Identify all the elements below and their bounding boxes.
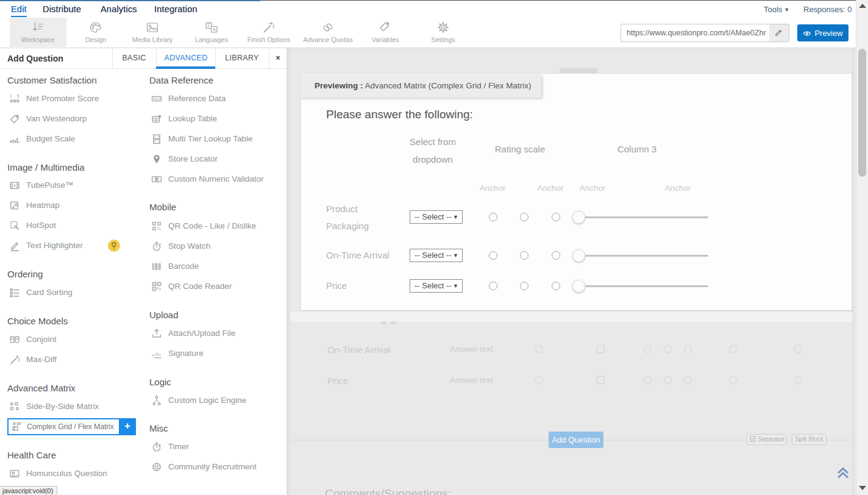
question-type-nps[interactable]: 15Net Promoter Score [9,88,99,109]
panel-header: Add Question BASICADVANCEDLIBRARY × [0,48,286,69]
store-locator-icon [151,154,162,165]
scrollbar-down-arrow[interactable] [859,486,866,490]
matrix-select-dropdown[interactable]: -- Select --▼ [410,210,463,224]
top-nav: EditDistributeAnalyticsIntegration Tools… [0,1,868,17]
question-type-tubepulse[interactable]: TubePulse™ [9,175,74,195]
tab-advanced[interactable]: ADVANCED [158,48,213,68]
reference-data-icon: 94123 [151,93,162,104]
slider-track[interactable] [585,255,708,257]
add-selected-question-button[interactable]: + [119,418,136,435]
question-type-card-sorting[interactable]: Card Sorting [9,282,73,302]
slider-track[interactable] [585,216,708,218]
nav-distribute[interactable]: Distribute [43,4,81,14]
question-type-community-recruitment[interactable]: Community Recruitment [151,457,257,477]
variables-icon [378,20,393,35]
matrix-column-header: Select from dropdown [393,133,472,168]
question-type-hotspot[interactable]: HotSpot [9,215,56,235]
separator-button[interactable]: Separator [747,434,786,445]
responses-count[interactable]: Responses: 0 [803,5,852,14]
matrix-radio[interactable] [520,213,528,221]
tab-library[interactable]: LIBRARY [215,48,269,68]
question-type-heatmap[interactable]: Heatmap [9,195,60,215]
matrix-radio[interactable] [552,213,560,221]
slider-track[interactable] [585,285,708,287]
tools-caret-icon: ▼ [784,7,789,13]
matrix-column-header: Column 3 [600,140,674,158]
tab-basic[interactable]: BASIC [107,48,162,68]
question-text: Please answer the following: [326,108,473,121]
matrix-radio[interactable] [520,251,528,260]
collapse-chevrons-icon[interactable] [835,465,851,480]
question-type-van-westendorp[interactable]: Van Westendorp [9,109,87,129]
new-feature-badge [108,240,120,252]
question-type-complex-grid[interactable]: Complex Grid / Flex Matrix+ [7,418,136,435]
faded-answer-text: Answer text [450,376,493,385]
page: EditDistributeAnalyticsIntegration Tools… [0,0,868,495]
question-type-stop-watch[interactable]: Stop Watch [151,236,210,256]
media-library-icon [145,20,160,35]
question-type-custom-logic[interactable]: Custom Logic Engine [151,390,246,410]
add-question-panel: Add Question BASICADVANCEDLIBRARY × Cust… [0,48,287,495]
question-type-homunculus[interactable]: Homunculus Question [9,463,107,483]
question-type-store-locator[interactable]: Store Locator [151,149,218,169]
toolbar-workspace[interactable]: Workspace [10,18,66,47]
preview-button[interactable]: Preview [797,24,848,41]
add-question-button[interactable]: Add Question [549,432,603,448]
languages-icon: xA [204,20,219,35]
matrix-select-dropdown[interactable]: -- Select --▼ [410,279,463,293]
matrix-radio[interactable] [489,282,497,290]
tools-menu[interactable]: Tools▼ [764,5,789,14]
question-type-signature[interactable]: xSignature [151,343,204,363]
question-type-multi-tier-lookup[interactable]: Multi Tier Lookup Table [151,129,253,149]
survey-url-input[interactable]: https://www.questionpro.com/t/AMae0Zhr [627,29,769,37]
question-type-timer[interactable]: Timer [151,436,189,457]
toolbar-settings[interactable]: Settings [425,18,461,47]
matrix-select-dropdown[interactable]: -- Select --▼ [410,249,463,262]
faded-row-label: Price [327,376,348,386]
slider-handle[interactable] [572,211,585,224]
nav-analytics[interactable]: Analytics [101,4,137,14]
split-block-button[interactable]: Split Block [792,434,827,445]
faded-row-label: On-Time Arrival [327,344,391,355]
question-type-lookup-table[interactable]: Lookup Table [151,109,217,129]
toolbar-languages[interactable]: xALanguages [190,18,233,47]
question-type-text-highlighter[interactable]: Text Highlighter [9,235,83,255]
question-type-side-by-side-matrix[interactable]: Side-By-Side Matrix [9,396,99,416]
checkbox-checked-icon [750,436,756,442]
question-type-budget-scale[interactable]: Budget Scale [9,129,75,149]
section-header: Health Care [7,450,56,460]
question-type-barcode[interactable]: Barcode [151,256,199,276]
toolbar-finish-options[interactable]: Finish Options [243,18,295,47]
top-dark-strip [260,0,856,1]
faded-radio [794,345,802,353]
matrix-radio[interactable] [520,282,528,290]
toolbar-advance-quotas[interactable]: Advance Quotas [300,18,356,47]
matrix-radio[interactable] [552,282,560,290]
card-sorting-icon [9,287,20,298]
question-type-reference-data[interactable]: 94123Reference Data [151,88,226,109]
scrollbar-thumb[interactable] [858,49,866,177]
panel-close-button[interactable]: × [272,52,284,65]
toolbar-media-library[interactable]: Media Library [128,18,177,47]
nav-integration[interactable]: Integration [154,4,197,14]
slider-handle[interactable] [572,280,585,293]
question-type-qr-like[interactable]: QR Code - Like / Dislike [151,216,256,236]
matrix-radio[interactable] [489,251,497,260]
nav-edit[interactable]: Edit [11,4,27,17]
page-scrollbar[interactable] [856,0,868,495]
question-type-qr-reader[interactable]: QR Code Reader [151,276,232,296]
question-type-conjoint[interactable]: Conjoint [9,329,57,349]
chevron-down-icon: ▼ [453,249,458,262]
question-type-max-diff[interactable]: Max-Diff [9,349,57,369]
slider-handle[interactable] [572,249,585,262]
matrix-radio[interactable] [489,213,497,221]
question-type-numeric-validator[interactable]: Custom Numeric Validator [151,169,264,189]
matrix-radio[interactable] [552,251,560,260]
complex-grid-icon [12,421,23,432]
edit-url-button[interactable] [769,24,789,41]
scrollbar-up-arrow[interactable] [859,4,866,8]
toolbar-design[interactable]: Design [77,18,114,47]
multi-tier-lookup-icon [151,134,162,144]
toolbar-variables[interactable]: Variables [367,18,404,47]
question-type-attach-upload[interactable]: Attach/Upload File [151,323,235,343]
